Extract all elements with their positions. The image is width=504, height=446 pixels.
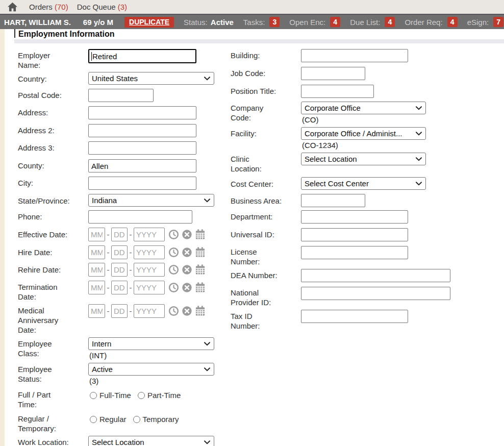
home-button[interactable] <box>7 2 18 12</box>
postal-code-input[interactable] <box>88 89 154 102</box>
date-separator: - <box>105 248 111 257</box>
hire-date-yyyy-input[interactable] <box>134 245 165 259</box>
company-code-select[interactable]: Corporate Office <box>301 102 426 114</box>
clock-icon[interactable] <box>168 282 180 293</box>
status-value: Active <box>211 18 234 27</box>
employer-name-input[interactable]: Retired <box>88 49 196 63</box>
rehire-date-yyyy-input[interactable] <box>134 263 165 277</box>
tax-id-number-input[interactable] <box>301 310 408 323</box>
state-province-label: State/Province: <box>18 196 84 206</box>
temporary-radio[interactable]: Temporary <box>133 415 179 424</box>
full-time-radio[interactable]: Full-Time <box>90 391 131 400</box>
calendar-icon[interactable] <box>194 264 206 276</box>
due-list-count-badge[interactable]: 4 <box>385 17 395 27</box>
business-area-label: Business Area: <box>231 196 297 206</box>
building-label: Building: <box>231 51 297 60</box>
employee-status-select[interactable]: Active <box>88 363 214 376</box>
work-location-select[interactable]: Select Location <box>88 436 214 446</box>
address-input[interactable] <box>88 106 196 119</box>
city-input[interactable] <box>88 177 196 190</box>
open-enc-count-badge[interactable]: 4 <box>330 17 340 27</box>
regular-temporary-label: Regular / Temporary: <box>18 414 61 433</box>
national-provider-id-input[interactable] <box>301 287 450 300</box>
medical-anniversary-date-yyyy-input[interactable] <box>134 304 165 318</box>
effective-date-mm-input[interactable] <box>88 228 105 241</box>
date-separator: - <box>128 265 134 274</box>
phone-input[interactable] <box>88 210 192 224</box>
open-enc-label: Open Enc: <box>289 18 325 27</box>
clock-icon[interactable] <box>168 246 180 258</box>
cost-center-select[interactable]: Select Cost Center <box>301 177 426 190</box>
patient-age-sex: 69 y/o M <box>83 18 113 27</box>
building-input[interactable] <box>301 49 408 62</box>
medical-anniversary-date-mm-input[interactable] <box>88 304 105 318</box>
universal-id-label: Universal ID: <box>231 230 297 239</box>
clear-icon[interactable] <box>181 229 193 240</box>
dea-number-input[interactable] <box>301 269 450 282</box>
clear-icon[interactable] <box>181 305 193 317</box>
calendar-icon[interactable] <box>194 246 206 258</box>
clear-icon[interactable] <box>181 282 193 293</box>
facility-select[interactable]: Corporate Office / Administ... <box>301 127 426 140</box>
tasks-count-badge[interactable]: 3 <box>269 17 280 27</box>
medical-anniversary-date-field: - - <box>88 304 206 318</box>
clear-icon[interactable] <box>181 264 193 276</box>
rehire-date-mm-input[interactable] <box>88 263 105 277</box>
clock-icon[interactable] <box>168 229 180 240</box>
esign-count-badge[interactable]: 7 <box>493 17 503 27</box>
postal-code-label: Postal Code: <box>18 90 84 100</box>
date-separator: - <box>128 248 134 257</box>
universal-id-input[interactable] <box>301 228 408 241</box>
hire-date-mm-input[interactable] <box>88 245 105 259</box>
calendar-icon[interactable] <box>194 305 206 317</box>
effective-date-yyyy-input[interactable] <box>134 228 165 241</box>
date-separator: - <box>128 283 134 292</box>
calendar-icon[interactable] <box>194 229 206 240</box>
tab-doc-queue[interactable]: Doc Queue (3) <box>77 3 127 11</box>
hire-date-dd-input[interactable] <box>111 245 128 259</box>
regular-radio[interactable]: Regular <box>90 415 127 424</box>
tab-doc-queue-count: (3) <box>118 3 127 11</box>
country-select[interactable]: United States <box>88 72 214 85</box>
address2-input[interactable] <box>88 124 196 137</box>
part-time-radio[interactable]: Part-Time <box>138 391 181 400</box>
position-title-label: Position Title: <box>231 86 297 96</box>
duplicate-badge[interactable]: DUPLICATE <box>124 17 174 28</box>
rehire-date-label: Rehire Date: <box>18 265 84 275</box>
order-req-count-badge[interactable]: 4 <box>447 17 458 27</box>
position-title-input[interactable] <box>301 85 374 98</box>
license-number-input[interactable] <box>301 246 408 259</box>
employee-class-select[interactable]: Intern <box>88 337 214 350</box>
department-input[interactable] <box>301 210 408 224</box>
department-label: Department: <box>231 212 297 221</box>
address3-input[interactable] <box>88 141 196 155</box>
business-area-input[interactable] <box>301 194 365 207</box>
clock-icon[interactable] <box>168 264 180 276</box>
medical-anniversary-date-dd-input[interactable] <box>111 304 128 318</box>
cost-center-label: Cost Center: <box>231 179 297 189</box>
select-value: Active <box>92 365 113 374</box>
termination-date-dd-input[interactable] <box>111 281 128 294</box>
chevron-down-icon <box>204 199 210 203</box>
hire-date-label: Hire Date: <box>18 247 84 257</box>
clinic-location-select[interactable]: Select Location <box>301 153 426 165</box>
tab-doc-queue-label: Doc Queue <box>77 3 116 11</box>
clear-icon[interactable] <box>181 246 193 258</box>
rehire-date-dd-input[interactable] <box>111 263 128 277</box>
tab-orders[interactable]: Orders (70) <box>29 3 68 11</box>
termination-date-field: - - <box>88 281 206 294</box>
radio-label: Temporary <box>143 415 179 424</box>
state-province-select[interactable]: Indiana <box>88 194 214 207</box>
clock-icon[interactable] <box>168 305 180 317</box>
select-value: Select Location <box>92 438 144 446</box>
calendar-icon[interactable] <box>194 282 206 293</box>
tab-orders-count: (70) <box>55 3 68 11</box>
county-input[interactable] <box>88 159 196 172</box>
termination-date-yyyy-input[interactable] <box>134 281 165 294</box>
select-value: Select Location <box>305 155 357 163</box>
tab-orders-label: Orders <box>29 3 53 11</box>
national-provider-id-label: National Provider ID: <box>231 288 275 307</box>
termination-date-mm-input[interactable] <box>88 281 105 294</box>
effective-date-dd-input[interactable] <box>111 228 128 241</box>
job-code-input[interactable] <box>301 67 365 80</box>
